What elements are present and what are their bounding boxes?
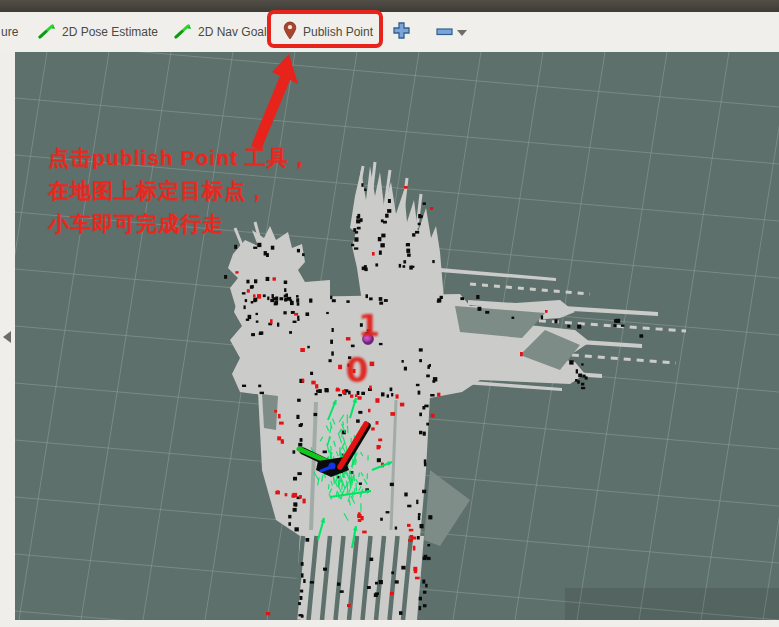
minus-icon (436, 25, 453, 39)
plus-icon (393, 22, 410, 42)
tool-label: 2D Pose Estimate (62, 25, 158, 39)
dropdown-caret-icon[interactable] (457, 30, 467, 36)
partial-tool-label[interactable]: ure (1, 25, 18, 39)
render-viewport[interactable]: 1 0 (15, 52, 779, 620)
window-titlebar (0, 0, 779, 12)
marker-label-0: 0 (346, 351, 369, 390)
tool-button-2d-pose-estimate[interactable]: 2D Pose Estimate (38, 18, 158, 46)
bottom-panel-strip (0, 620, 779, 627)
remove-display-button[interactable] (434, 22, 454, 42)
green-arrow-icon (174, 23, 192, 42)
map-pin-icon (283, 21, 297, 43)
tool-label: 2D Nav Goal (198, 25, 267, 39)
panel-collapse-handle[interactable] (3, 331, 11, 343)
marker-label-1: 1 (358, 307, 380, 343)
corner-shade (565, 588, 779, 620)
tool-label: Publish Point (303, 25, 373, 39)
green-arrow-icon (38, 23, 56, 42)
add-display-button[interactable] (391, 22, 411, 42)
tool-button-publish-point[interactable]: Publish Point (283, 18, 373, 46)
tool-button-2d-nav-goal[interactable]: 2D Nav Goal (174, 18, 267, 46)
rviz-toolbar: ure 2D Pose Estimate 2D Nav Goal (0, 12, 779, 53)
